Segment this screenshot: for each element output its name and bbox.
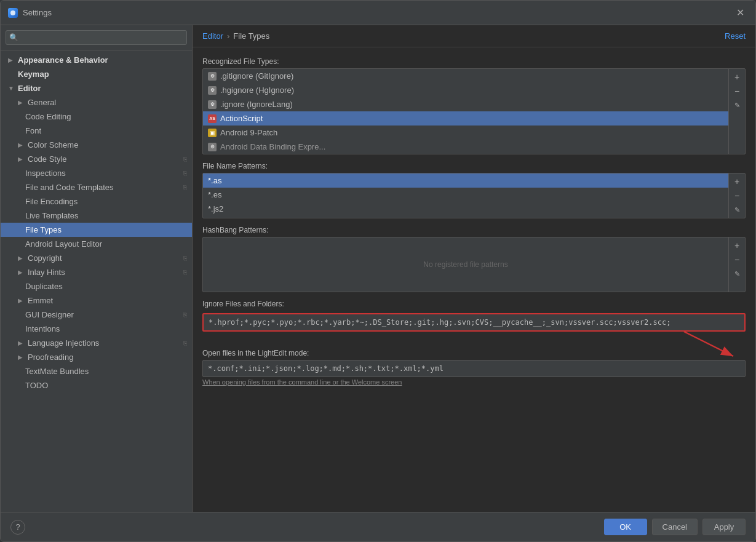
breadcrumb-current: File Types: [233, 31, 269, 41]
edit-recognized-button[interactable]: ✎: [730, 98, 744, 112]
sidebar-item-code-editing[interactable]: Code Editing: [1, 110, 192, 124]
sidebar-label: TextMate Bundles: [25, 367, 89, 376]
sidebar-label: Color Scheme: [28, 140, 78, 149]
main-panel: Editor › File Types Reset Recognized Fil…: [193, 25, 755, 512]
search-input[interactable]: [6, 30, 187, 45]
sidebar-item-code-style[interactable]: ▶ Code Style ⎘: [1, 152, 192, 166]
edit-hashbang-button[interactable]: ✎: [730, 267, 744, 281]
patterns-side-buttons: + − ✎: [728, 173, 745, 218]
add-recognized-button[interactable]: +: [730, 70, 744, 84]
search-wrapper: 🔍: [6, 30, 187, 45]
ignore-label: Ignore Files and Folders:: [202, 300, 746, 308]
sidebar-label: Inspections: [25, 169, 66, 178]
item-label: ActionScript: [220, 114, 263, 123]
remove-recognized-button[interactable]: −: [730, 84, 744, 98]
pattern-item[interactable]: *.js2: [203, 202, 728, 216]
breadcrumb-parent[interactable]: Editor: [202, 31, 223, 41]
edit-pattern-button[interactable]: ✎: [730, 203, 744, 217]
sidebar-item-appearance[interactable]: ▶ Appearance & Behavior: [1, 53, 192, 67]
sidebar-item-file-encodings[interactable]: File Encodings: [1, 194, 192, 209]
sidebar-item-android-layout[interactable]: Android Layout Editor: [1, 237, 192, 251]
list-item[interactable]: ▣ Android 9-Patch: [203, 126, 728, 140]
sidebar-item-textmate-bundles[interactable]: TextMate Bundles: [1, 364, 192, 378]
recognized-inner: ⚙ .gitignore (GitIgnore) ⚙ .hgignore (Hg…: [203, 69, 745, 154]
ok-button[interactable]: OK: [604, 519, 647, 535]
title-bar: Settings ✕: [1, 1, 755, 25]
sidebar-label: Inlay Hints: [28, 268, 65, 277]
sidebar-item-editor[interactable]: ▼ Editor: [1, 81, 192, 95]
reset-button[interactable]: Reset: [725, 31, 746, 41]
hashbang-inner: No registered file patterns: [203, 237, 728, 292]
sidebar-item-keymap[interactable]: Keymap: [1, 67, 192, 81]
copy-icon: ⎘: [183, 255, 187, 261]
pattern-item[interactable]: *.as: [203, 173, 728, 188]
hashbang-container: No registered file patterns + − ✎: [202, 237, 746, 292]
patterns-container: *.as *.es *.js2 +: [202, 173, 746, 218]
app-icon: [8, 8, 18, 18]
close-button[interactable]: ✕: [733, 6, 748, 20]
recognized-section: Recognized File Types: ⚙ .gitignore (Git…: [202, 57, 746, 154]
svg-point-0: [10, 10, 15, 15]
sidebar-item-file-types[interactable]: File Types: [1, 223, 192, 237]
item-label: Android Data Binding Expre...: [220, 142, 325, 151]
remove-pattern-button[interactable]: −: [730, 189, 744, 202]
pattern-item[interactable]: *.es: [203, 188, 728, 202]
list-item[interactable]: ⚙ .hgignore (HgIgnore): [203, 83, 728, 97]
ignore-input-container: [202, 313, 746, 332]
ignore-files-input[interactable]: [204, 314, 744, 330]
copy-icon: ⎘: [183, 340, 187, 346]
sidebar-item-live-templates[interactable]: Live Templates: [1, 209, 192, 223]
sidebar-item-inspections[interactable]: Inspections ⎘: [1, 166, 192, 180]
search-box: 🔍: [1, 25, 192, 50]
patterns-list: *.as *.es *.js2: [203, 173, 728, 218]
sidebar-tree: ▶ Appearance & Behavior Keymap ▼ Editor …: [1, 50, 192, 512]
sidebar-item-language-injections[interactable]: ▶ Language Injections ⎘: [1, 336, 192, 350]
pattern-label: *.js2: [208, 204, 223, 213]
sidebar-item-emmet[interactable]: ▶ Emmet: [1, 293, 192, 308]
sidebar-label: TODO: [25, 381, 48, 390]
sidebar-item-font[interactable]: Font: [1, 124, 192, 138]
file-icon: ⚙: [208, 143, 217, 151]
list-item[interactable]: ⚙ Android Data Binding Expre...: [203, 140, 728, 154]
arrow-icon: ▶: [18, 269, 25, 276]
add-pattern-button[interactable]: +: [730, 175, 744, 188]
sidebar-item-duplicates[interactable]: Duplicates: [1, 279, 192, 293]
item-label: .ignore (IgnoreLang): [220, 100, 293, 109]
sidebar-label: Live Templates: [25, 211, 78, 220]
add-hashbang-button[interactable]: +: [730, 239, 744, 252]
recognized-label: Recognized File Types:: [202, 57, 746, 66]
help-button[interactable]: ?: [10, 520, 25, 535]
copy-icon: ⎘: [183, 311, 187, 318]
sidebar-item-todo[interactable]: TODO: [1, 378, 192, 393]
remove-hashbang-button[interactable]: −: [730, 253, 744, 266]
breadcrumb: Editor › File Types Reset: [193, 25, 755, 47]
bottom-bar: ? OK Cancel Apply: [1, 512, 755, 541]
arrow-icon: ▶: [18, 255, 25, 261]
list-item[interactable]: ⚙ .gitignore (GitIgnore): [203, 69, 728, 83]
sidebar-item-copyright[interactable]: ▶ Copyright ⎘: [1, 251, 192, 265]
sidebar-item-gui-designer[interactable]: GUI Designer ⎘: [1, 308, 192, 322]
sidebar-item-intentions[interactable]: Intentions: [1, 322, 192, 336]
recognized-side-buttons: + − ✎: [728, 69, 745, 154]
arrow-icon: ▶: [18, 354, 25, 361]
sidebar-item-inlay-hints[interactable]: ▶ Inlay Hints ⎘: [1, 265, 192, 279]
cancel-button[interactable]: Cancel: [652, 519, 698, 535]
copy-icon: ⎘: [183, 269, 187, 276]
sidebar-label: Proofreading: [28, 353, 73, 362]
hashbang-side-buttons: + − ✎: [728, 237, 745, 292]
sidebar-item-general[interactable]: ▶ General: [1, 95, 192, 110]
pattern-label: *.as: [208, 176, 221, 185]
sidebar-item-proofreading[interactable]: ▶ Proofreading: [1, 350, 192, 364]
sidebar-label: Android Layout Editor: [25, 239, 102, 249]
lightedit-input[interactable]: [202, 360, 746, 377]
arrow-icon: ▶: [18, 156, 25, 162]
apply-button[interactable]: Apply: [702, 519, 746, 535]
list-item[interactable]: ⚙ .ignore (IgnoreLang): [203, 97, 728, 111]
arrow-icon: ▼: [8, 85, 15, 92]
sidebar-item-color-scheme[interactable]: ▶ Color Scheme: [1, 138, 192, 152]
sidebar-item-file-code-templates[interactable]: File and Code Templates ⎘: [1, 180, 192, 194]
list-item-actionscript[interactable]: AS ActionScript: [203, 111, 728, 126]
copy-icon: ⎘: [183, 170, 187, 177]
file-icon: AS: [208, 114, 217, 123]
hashbang-section: HashBang Patterns: No registered file pa…: [202, 226, 746, 292]
